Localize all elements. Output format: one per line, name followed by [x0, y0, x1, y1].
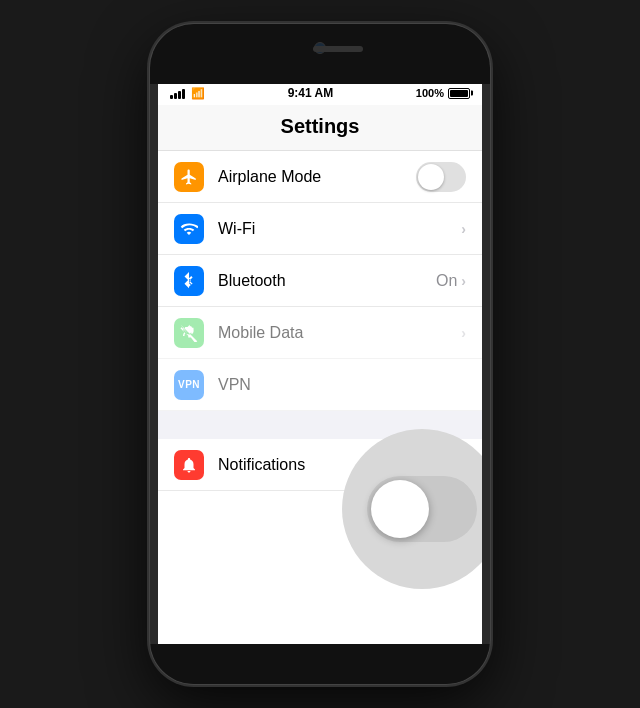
mobile-data-icon [174, 318, 204, 348]
battery-percent: 100% [416, 87, 444, 99]
signal-bar-2 [174, 93, 177, 99]
battery-shell [448, 88, 470, 99]
page-title: Settings [158, 105, 482, 151]
row-bluetooth[interactable]: Bluetooth On › [158, 255, 482, 307]
wifi-label: Wi-Fi [218, 220, 461, 238]
airplane-mode-knob [418, 164, 444, 190]
wifi-chevron: › [461, 221, 466, 237]
bluetooth-value: On [436, 272, 457, 290]
signal-bars [170, 87, 185, 99]
mobile-data-chevron: › [461, 325, 466, 341]
bluetooth-chevron: › [461, 273, 466, 289]
phone-frame: 📶 9:41 AM 100% Settings [150, 24, 490, 684]
row-airplane-mode[interactable]: Airplane Mode [158, 151, 482, 203]
bluetooth-label: Bluetooth [218, 272, 436, 290]
status-left: 📶 [170, 87, 205, 100]
wifi-status-icon: 📶 [191, 87, 205, 100]
speaker [313, 46, 363, 52]
zoomed-toggle-knob [371, 480, 429, 538]
zoomed-toggle[interactable] [367, 476, 477, 542]
signal-bar-3 [178, 91, 181, 99]
vpn-label: VPN [218, 376, 416, 394]
row-wifi[interactable]: Wi-Fi › [158, 203, 482, 255]
bluetooth-icon [174, 266, 204, 296]
status-time: 9:41 AM [288, 86, 334, 100]
row-mobile-data[interactable]: Mobile Data › [158, 307, 482, 359]
vpn-icon: VPN [174, 370, 204, 400]
settings-list: Airplane Mode Wi-Fi › [158, 151, 482, 411]
vpn-badge-text: VPN [174, 377, 204, 392]
signal-bar-4 [182, 89, 185, 99]
row-vpn[interactable]: VPN VPN [158, 359, 482, 411]
status-bar: 📶 9:41 AM 100% [158, 79, 482, 105]
svg-point-0 [188, 329, 191, 332]
status-right: 100% [416, 87, 470, 99]
zoomed-toggle-overlay [342, 429, 482, 589]
notifications-icon [174, 450, 204, 480]
battery-icon [448, 88, 470, 99]
airplane-mode-icon [174, 162, 204, 192]
wifi-icon [174, 214, 204, 244]
battery-fill [450, 90, 468, 97]
mobile-data-label: Mobile Data [218, 324, 461, 342]
airplane-mode-label: Airplane Mode [218, 168, 416, 186]
airplane-mode-toggle[interactable] [416, 162, 466, 192]
signal-bar-1 [170, 95, 173, 99]
screen: 📶 9:41 AM 100% Settings [158, 79, 482, 649]
